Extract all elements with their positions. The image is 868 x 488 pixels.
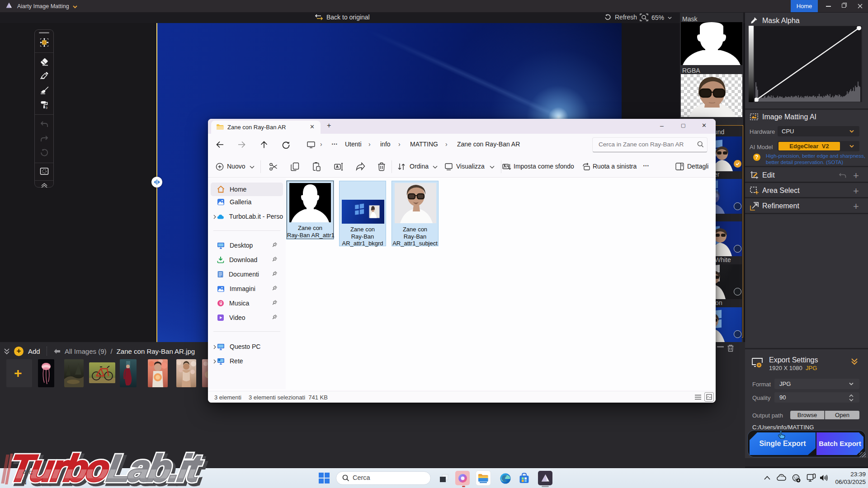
svg-text:0: 0	[46, 106, 47, 109]
